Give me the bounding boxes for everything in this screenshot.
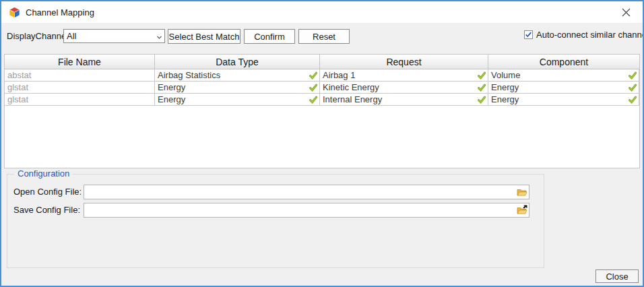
table-row: glstat Energy Internal Energy Energy <box>5 94 639 106</box>
window-close-button[interactable] <box>614 4 637 20</box>
table-row: glstat Energy Kinetic Energy Energy <box>5 82 639 94</box>
window-title: Channel Mapping <box>26 7 94 18</box>
check-icon <box>525 31 532 38</box>
close-icon <box>622 8 631 17</box>
reset-button[interactable]: Reset <box>298 29 350 44</box>
chevron-down-icon <box>156 32 162 42</box>
open-config-input[interactable] <box>84 185 529 199</box>
save-config-label: Save Config File: <box>13 205 80 215</box>
check-icon <box>477 95 486 104</box>
save-config-row: Save Config File: <box>7 203 544 218</box>
select-best-match-button[interactable]: Select Best Match <box>168 29 240 44</box>
table-row: abstat Airbag Statistics Airbag 1 Volume <box>5 69 639 82</box>
data-type-cell[interactable]: Energy <box>155 94 320 106</box>
open-folder-icon[interactable] <box>517 187 527 197</box>
display-channels-dropdown[interactable]: All <box>63 29 165 43</box>
file-name-cell: glstat <box>5 82 155 94</box>
table-header: File Name Data Type Request Component <box>5 55 639 69</box>
check-icon <box>477 71 486 80</box>
data-type-cell[interactable]: Energy <box>155 82 320 94</box>
column-header-request: Request <box>320 55 488 69</box>
check-icon <box>477 83 486 92</box>
column-header-data-type: Data Type <box>155 55 320 69</box>
component-cell[interactable]: Volume <box>488 69 639 82</box>
check-icon <box>628 95 637 104</box>
confirm-button[interactable]: Confirm <box>244 29 295 44</box>
display-channels-value: All <box>67 31 76 41</box>
check-icon <box>309 95 318 104</box>
configuration-groupbox: Configuration Open Config File: Save Con… <box>7 174 544 268</box>
open-config-label: Open Config File: <box>13 187 82 197</box>
channel-mapping-table: File Name Data Type Request Component ab… <box>4 54 640 168</box>
close-button[interactable]: Close <box>595 269 639 283</box>
auto-connect-checkbox[interactable] <box>524 30 533 39</box>
column-header-file-name: File Name <box>5 55 155 69</box>
request-cell[interactable]: Airbag 1 <box>320 69 488 82</box>
file-name-cell: abstat <box>5 69 155 82</box>
app-cube-icon <box>9 7 20 18</box>
display-channels-label: DisplayChannels <box>7 29 73 43</box>
request-cell[interactable]: Kinetic Energy <box>320 82 488 94</box>
titlebar: Channel Mapping <box>1 1 643 23</box>
component-cell[interactable]: Energy <box>488 94 639 106</box>
data-type-cell[interactable]: Airbag Statistics <box>155 69 320 82</box>
toolbar: DisplayChannels All Select Best Match Co… <box>1 23 643 49</box>
check-icon <box>309 71 318 80</box>
save-folder-icon[interactable] <box>517 205 527 216</box>
open-config-row: Open Config File: <box>7 185 544 199</box>
request-cell[interactable]: Internal Energy <box>320 94 488 106</box>
column-header-component: Component <box>488 55 639 69</box>
auto-connect-checkbox-row[interactable]: Auto-connect similar channels <box>524 30 644 40</box>
channel-mapping-dialog: Channel Mapping DisplayChannels All Sele… <box>0 0 644 287</box>
check-icon <box>628 71 637 80</box>
check-icon <box>309 83 318 92</box>
save-config-input[interactable] <box>84 203 529 218</box>
file-name-cell: glstat <box>5 94 155 106</box>
check-icon <box>628 83 637 92</box>
configuration-title: Configuration <box>14 168 73 179</box>
auto-connect-label: Auto-connect similar channels <box>536 30 644 40</box>
component-cell[interactable]: Energy <box>488 82 639 94</box>
